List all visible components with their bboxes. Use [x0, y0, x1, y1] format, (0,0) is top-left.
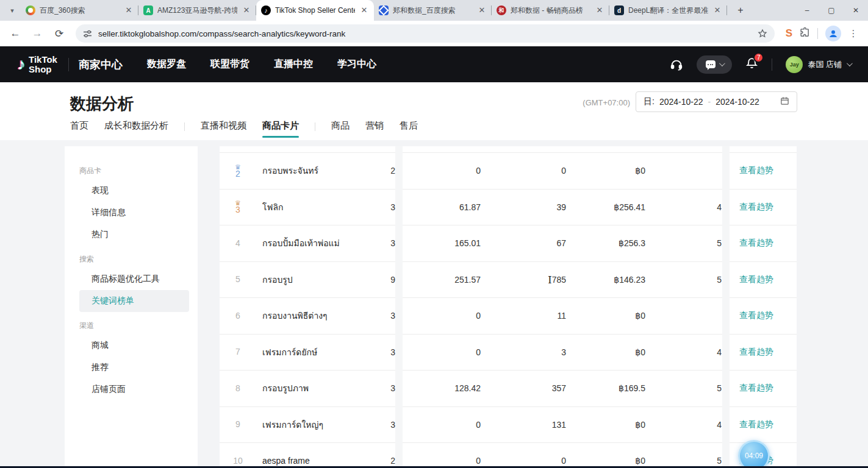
url-text[interactable]: seller.tiktokglobalshop.com/compass/sear… — [98, 29, 751, 38]
tab-close-icon[interactable]: ✕ — [595, 5, 604, 15]
shop-name: 泰国 店铺 — [808, 59, 842, 70]
clipped-value-left: 2 — [389, 166, 395, 176]
maximize-button[interactable]: ▢ — [819, 0, 844, 21]
tab-close-icon[interactable]: ✕ — [124, 5, 134, 15]
browser-profile-avatar[interactable] — [825, 26, 841, 41]
page-tab[interactable]: 首页 — [70, 120, 88, 138]
page-tab[interactable]: 售后 — [400, 120, 418, 138]
bookmark-star-icon[interactable] — [758, 29, 767, 38]
header-nav-item[interactable]: 联盟带货 — [210, 58, 249, 71]
metric-cell-gmv: ฿256.3 — [566, 238, 645, 248]
table-row: ♛4 กรอบปั้มมือเท้าพ่อแม่ 3 165.01 67 ฿25… — [220, 225, 797, 262]
new-tab-button[interactable]: + — [732, 2, 749, 19]
sidebar-item[interactable]: 热门 — [79, 224, 189, 246]
date-end: 2024-10-22 — [716, 97, 759, 107]
close-button[interactable]: ✕ — [844, 0, 868, 21]
sidebar-item[interactable]: 推荐 — [79, 356, 189, 378]
table-row: ♛5 กรอบรูป 9 251.57 785 ฿146.23 5 查看趋势 — [220, 262, 797, 299]
page-tab[interactable]: 直播和视频 — [201, 120, 246, 138]
clipped-value-left: 9 — [389, 275, 395, 285]
text-cursor: I — [547, 275, 553, 285]
browser-menu-icon[interactable]: ⋮ — [848, 28, 858, 39]
forward-button[interactable]: → — [28, 24, 46, 43]
browser-tab[interactable]: 郑和数据_百度搜索 ✕ — [374, 0, 492, 21]
back-button[interactable]: ← — [6, 24, 24, 43]
screen: ▾ 百度_360搜索 ✕ A AMZ123亚马逊导航-跨境 ✕ ♪ TikTok… — [0, 0, 868, 468]
view-trend-link[interactable]: 查看趋势 — [731, 274, 783, 285]
view-trend-link[interactable]: 查看趋势 — [731, 310, 783, 321]
tab-close-icon[interactable]: ✕ — [359, 5, 369, 15]
header-nav-item[interactable]: 商家中心 — [79, 57, 123, 72]
header-nav-item[interactable]: 直播中控 — [274, 58, 313, 71]
date-start: 2024-10-22 — [659, 97, 703, 107]
metric-cell-b: 3 — [481, 347, 566, 357]
tiktok-favicon: ♪ — [261, 5, 271, 15]
metric-cell-gmv: ฿0 — [566, 166, 645, 176]
header-nav-item[interactable]: 数据罗盘 — [147, 58, 186, 71]
similarweb-extension-icon[interactable]: S — [786, 27, 792, 40]
metric-cell-b: 11 — [481, 311, 566, 321]
table-row: ♛2 กรอบพระจันทร์ 2 0 0 ฿0 查看趋势 — [220, 153, 797, 190]
tab-close-icon[interactable]: ✕ — [712, 5, 722, 15]
metric-cell-b: 67 — [481, 238, 566, 248]
view-trend-link[interactable]: 查看趋势 — [731, 202, 783, 213]
page-tab[interactable]: 商品 — [331, 120, 350, 138]
refresh-button[interactable]: ⟳ — [50, 24, 68, 43]
view-trend-link[interactable]: 查看趋势 — [731, 383, 783, 394]
metric-cell-b: 785 — [481, 275, 566, 285]
sidebar-item[interactable]: 表现 — [79, 180, 189, 202]
browser-tab[interactable]: ♪ TikTok Shop Seller Center ✕ — [256, 0, 374, 21]
tiktok-shop-logo[interactable]: ♪ TikTok Shop — [17, 55, 57, 74]
rank-cell: ♛9 — [220, 420, 256, 428]
view-trend-link[interactable]: 查看趋势 — [731, 238, 783, 249]
minimize-button[interactable]: – — [795, 0, 819, 21]
shop-switcher[interactable]: Jay 泰国 店铺 — [786, 56, 851, 73]
browser-tab[interactable]: d DeepL翻译：全世界最准确 ✕ — [609, 0, 727, 21]
view-trend-link[interactable]: 查看趋势 — [731, 419, 783, 430]
view-trend-link[interactable]: 查看趋势 — [731, 165, 783, 176]
tab-close-icon[interactable]: ✕ — [477, 5, 487, 15]
fixed-column-gap — [722, 146, 730, 468]
page-tab[interactable]: 商品卡片 — [262, 120, 299, 138]
view-trend-link[interactable]: 查看趋势 — [731, 347, 783, 358]
page-header: 数据分析 (GMT+07:00) 日: 2024-10-22 - 2024-10… — [0, 82, 868, 140]
page-tab[interactable]: 营销 — [365, 120, 384, 138]
sidebar-section-label: 搜索 — [79, 254, 192, 264]
tab-title: 郑和数据 - 畅销商品榜 — [511, 5, 590, 16]
metric-cell-b: 0 — [481, 456, 566, 466]
sidebar-item[interactable]: 详细信息 — [79, 202, 189, 224]
deepl-favicon: d — [614, 5, 624, 15]
tab-search-chevron-icon[interactable]: ▾ — [4, 2, 21, 19]
header-divider — [772, 58, 772, 71]
url-bar[interactable]: seller.tiktokglobalshop.com/compass/sear… — [76, 24, 775, 43]
rank-cell: ♛3 — [220, 200, 256, 214]
logo-line2: Shop — [29, 65, 57, 74]
window-controls: – ▢ ✕ — [795, 0, 868, 21]
clipped-value-right: 5 — [645, 383, 722, 393]
sidebar-item[interactable]: 店铺页面 — [79, 378, 189, 400]
page-tab[interactable]: 成长和数据分析 — [104, 120, 168, 138]
metric-cell-a: 0 — [395, 166, 481, 176]
tab-close-icon[interactable]: ✕ — [242, 5, 251, 15]
clipped-value-left: 3 — [389, 202, 395, 212]
clipped-value-left: 3 — [389, 383, 395, 393]
tab-title: TikTok Shop Seller Center — [275, 6, 355, 15]
date-range-picker[interactable]: 日: 2024-10-22 - 2024-10-22 — [636, 91, 797, 112]
support-headset-icon[interactable] — [670, 58, 683, 71]
floating-timer-bubble[interactable]: 04:09 — [738, 440, 770, 468]
messages-button[interactable] — [697, 55, 732, 74]
metric-cell-b: 357 — [481, 383, 566, 393]
sidebar-item[interactable]: 关键词榜单 — [79, 290, 189, 312]
sidebar-item[interactable]: 商城 — [79, 335, 189, 356]
browser-tab[interactable]: A AMZ123亚马逊导航-跨境 ✕ — [138, 0, 256, 21]
sidebar-item[interactable]: 商品标题优化工具 — [79, 268, 189, 290]
browser-tab[interactable]: 百度_360搜索 ✕ — [21, 0, 138, 21]
notifications-button[interactable]: 7 — [745, 57, 758, 73]
site-settings-icon[interactable] — [83, 29, 92, 38]
header-nav-item[interactable]: 学习中心 — [337, 58, 376, 71]
rank-cell: ♛8 — [220, 385, 256, 392]
metric-cell-b: 131 — [481, 420, 566, 430]
rank-cell: ♛4 — [220, 239, 256, 247]
browser-tab[interactable]: 和 郑和数据 - 畅销商品榜 ✕ — [492, 0, 609, 21]
extensions-puzzle-icon[interactable] — [800, 27, 810, 40]
